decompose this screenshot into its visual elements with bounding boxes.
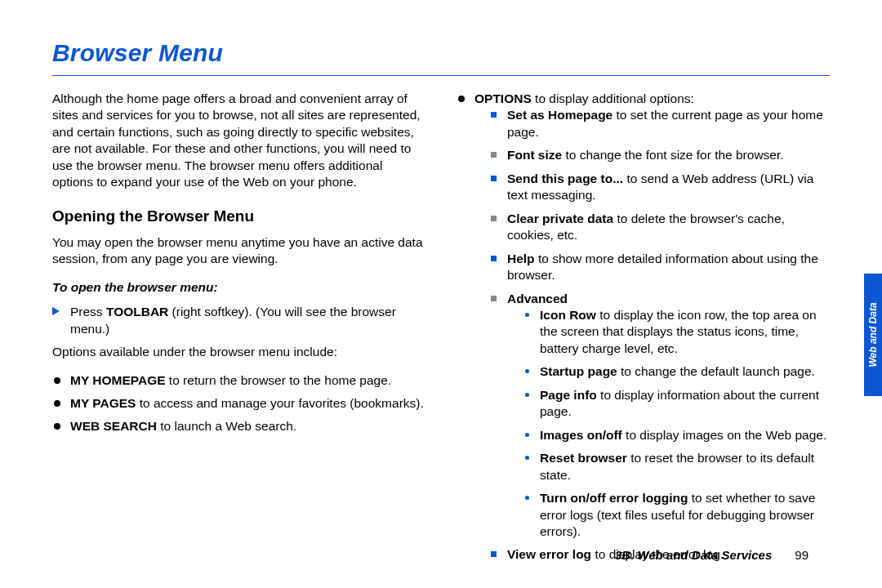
options-sublist: Set as Homepage to set the current page … xyxy=(489,107,830,563)
open-paragraph: You may open the browser menu anytime yo… xyxy=(52,234,425,268)
option-desc: to launch a Web search. xyxy=(157,419,296,433)
options-list: MY HOMEPAGE to return the browser to the… xyxy=(52,372,425,435)
advanced-sublist: Icon Row to display the icon row, the to… xyxy=(522,307,830,540)
adv-page-info: Page info to display information about t… xyxy=(522,387,830,421)
adv-desc: to change the default launch page. xyxy=(617,364,815,378)
sub-desc: to change the font size for the browser. xyxy=(562,148,783,162)
footer-page-number: 99 xyxy=(795,548,808,562)
adv-icon-row: Icon Row to display the icon row, the to… xyxy=(522,307,830,357)
adv-label: Reset browser xyxy=(540,451,627,465)
sub-label: Help xyxy=(507,252,535,265)
step-pre: Press xyxy=(70,305,106,318)
sub-label: Advanced xyxy=(507,292,568,305)
option-desc: to return the browser to the home page. xyxy=(166,373,392,387)
sub-send-page: Send this page to... to send a Web addre… xyxy=(489,171,830,204)
sub-label: Clear private data xyxy=(507,212,613,225)
sub-label: Set as Homepage xyxy=(507,108,612,122)
step-key: TOOLBAR xyxy=(106,305,168,318)
section-title: Browser Menu xyxy=(52,39,830,67)
option-label: MY HOMEPAGE xyxy=(70,373,166,387)
option-options: OPTIONS to display additional options: S… xyxy=(457,91,830,564)
subsection-heading: Opening the Browser Menu xyxy=(52,206,425,226)
sub-clear-data: Clear private data to delete the browser… xyxy=(489,211,830,244)
option-desc: to display additional options: xyxy=(532,91,694,105)
side-tab: Web and Data xyxy=(864,274,882,396)
adv-label: Page info xyxy=(540,388,597,402)
sub-advanced: Advanced Icon Row to display the icon ro… xyxy=(489,291,830,541)
footer-section: 3B. Web and Data Services xyxy=(615,548,772,562)
manual-page: Browser Menu Although the home page offe… xyxy=(0,0,882,588)
instruction-step: Press TOOLBAR (right softkey). (You will… xyxy=(52,304,425,337)
option-my-pages: MY PAGES to access and manage your favor… xyxy=(52,395,425,412)
adv-images: Images on/off to display images on the W… xyxy=(522,427,830,443)
adv-label: Images on/off xyxy=(540,428,622,442)
option-web-search: WEB SEARCH to launch a Web search. xyxy=(52,418,425,434)
two-column-layout: Although the home page offers a broad an… xyxy=(52,91,830,570)
left-column: Although the home page offers a broad an… xyxy=(52,91,425,570)
sub-label: View error log xyxy=(507,547,591,561)
option-my-homepage: MY HOMEPAGE to return the browser to the… xyxy=(52,372,425,389)
option-label: WEB SEARCH xyxy=(70,419,157,433)
instruction-list: Press TOOLBAR (right softkey). (You will… xyxy=(52,304,425,337)
sub-help: Help to show more detailed information a… xyxy=(489,251,830,284)
title-underline xyxy=(52,75,830,76)
options-intro: Options available under the browser menu… xyxy=(52,344,425,360)
side-tab-label: Web and Data xyxy=(867,302,879,367)
intro-paragraph: Although the home page offers a broad an… xyxy=(52,91,425,191)
sub-font-size: Font size to change the font size for th… xyxy=(489,147,830,163)
sub-set-homepage: Set as Homepage to set the current page … xyxy=(489,107,830,140)
instruction-heading: To open the browser menu: xyxy=(52,279,425,296)
adv-label: Turn on/off error logging xyxy=(540,491,688,505)
adv-label: Icon Row xyxy=(540,308,596,322)
sub-desc: to show more detailed information about … xyxy=(507,252,818,282)
adv-startup: Startup page to change the default launc… xyxy=(522,363,830,380)
adv-label: Startup page xyxy=(540,364,617,378)
page-footer: 3B. Web and Data Services99 xyxy=(615,548,808,562)
adv-error-logging: Turn on/off error logging to set whether… xyxy=(522,490,830,540)
adv-reset: Reset browser to reset the browser to it… xyxy=(522,450,830,483)
option-desc: to access and manage your favorites (boo… xyxy=(136,396,423,410)
adv-desc: to display images on the Web page. xyxy=(622,428,826,442)
option-label: OPTIONS xyxy=(474,91,532,105)
option-label: MY PAGES xyxy=(70,396,136,410)
right-column: OPTIONS to display additional options: S… xyxy=(457,91,830,570)
options-list-continued: OPTIONS to display additional options: S… xyxy=(457,91,830,564)
sub-label: Send this page to... xyxy=(507,172,623,185)
sub-label: Font size xyxy=(507,148,562,162)
